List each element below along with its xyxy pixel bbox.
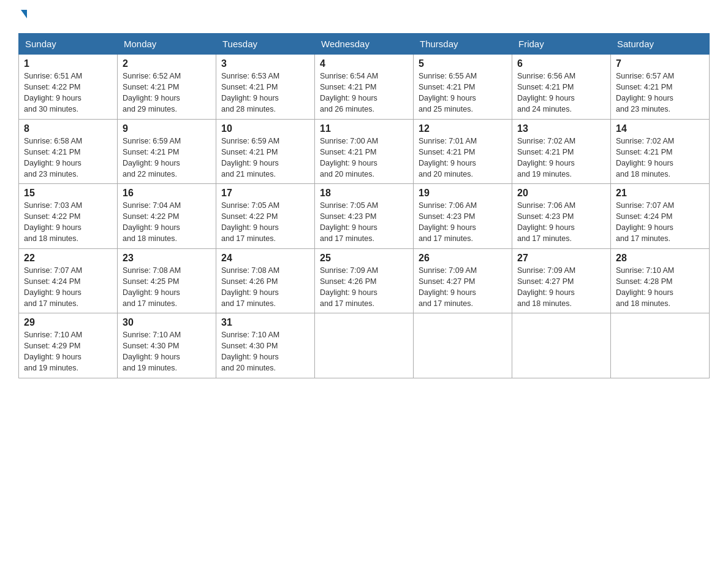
calendar-table: SundayMondayTuesdayWednesdayThursdayFrid… — [18, 33, 710, 378]
day-info: Sunrise: 7:04 AMSunset: 4:22 PMDaylight:… — [123, 200, 211, 245]
header-day-friday: Friday — [512, 34, 611, 55]
day-info: Sunrise: 6:52 AMSunset: 4:21 PMDaylight:… — [123, 71, 211, 115]
logo — [18, 12, 27, 21]
day-number: 8 — [24, 123, 112, 134]
day-cell: 19Sunrise: 7:06 AMSunset: 4:23 PMDayligh… — [414, 184, 512, 249]
day-info: Sunrise: 7:02 AMSunset: 4:21 PMDaylight:… — [616, 136, 704, 180]
logo-triangle-icon — [21, 10, 27, 18]
week-row-3: 15Sunrise: 7:03 AMSunset: 4:22 PMDayligh… — [19, 184, 710, 249]
day-cell: 29Sunrise: 7:10 AMSunset: 4:29 PMDayligh… — [19, 313, 118, 378]
day-info: Sunrise: 7:08 AMSunset: 4:26 PMDaylight:… — [221, 265, 309, 310]
day-info: Sunrise: 7:05 AMSunset: 4:22 PMDaylight:… — [221, 200, 309, 245]
day-number: 17 — [221, 188, 309, 199]
day-info: Sunrise: 6:53 AMSunset: 4:21 PMDaylight:… — [221, 71, 309, 115]
day-number: 31 — [221, 317, 309, 328]
day-number: 27 — [517, 253, 605, 264]
day-number: 3 — [221, 58, 309, 69]
day-cell: 21Sunrise: 7:07 AMSunset: 4:24 PMDayligh… — [611, 184, 710, 249]
day-info: Sunrise: 6:58 AMSunset: 4:21 PMDaylight:… — [24, 136, 112, 180]
page-header — [18, 12, 710, 21]
day-cell: 16Sunrise: 7:04 AMSunset: 4:22 PMDayligh… — [118, 184, 216, 249]
day-cell: 14Sunrise: 7:02 AMSunset: 4:21 PMDayligh… — [611, 119, 710, 184]
day-number: 30 — [123, 317, 211, 328]
day-number: 2 — [123, 58, 211, 69]
day-cell: 30Sunrise: 7:10 AMSunset: 4:30 PMDayligh… — [118, 313, 216, 378]
day-cell: 12Sunrise: 7:01 AMSunset: 4:21 PMDayligh… — [414, 119, 512, 184]
day-info: Sunrise: 6:59 AMSunset: 4:21 PMDaylight:… — [123, 136, 211, 180]
day-cell: 28Sunrise: 7:10 AMSunset: 4:28 PMDayligh… — [611, 248, 710, 313]
day-cell: 3Sunrise: 6:53 AMSunset: 4:21 PMDaylight… — [216, 55, 315, 120]
day-cell: 9Sunrise: 6:59 AMSunset: 4:21 PMDaylight… — [118, 119, 216, 184]
week-row-1: 1Sunrise: 6:51 AMSunset: 4:22 PMDaylight… — [19, 55, 710, 120]
day-number: 28 — [616, 253, 704, 264]
day-cell: 13Sunrise: 7:02 AMSunset: 4:21 PMDayligh… — [512, 119, 611, 184]
day-info: Sunrise: 6:59 AMSunset: 4:21 PMDaylight:… — [221, 136, 309, 180]
day-number: 9 — [123, 123, 211, 134]
day-info: Sunrise: 6:57 AMSunset: 4:21 PMDaylight:… — [616, 71, 704, 115]
day-number: 1 — [24, 58, 112, 69]
day-cell: 6Sunrise: 6:56 AMSunset: 4:21 PMDaylight… — [512, 55, 611, 120]
day-info: Sunrise: 7:00 AMSunset: 4:21 PMDaylight:… — [320, 136, 408, 180]
day-info: Sunrise: 7:09 AMSunset: 4:27 PMDaylight:… — [419, 265, 507, 310]
day-number: 19 — [419, 188, 507, 199]
day-cell: 18Sunrise: 7:05 AMSunset: 4:23 PMDayligh… — [315, 184, 414, 249]
day-number: 22 — [24, 253, 112, 264]
day-info: Sunrise: 6:55 AMSunset: 4:21 PMDaylight:… — [419, 71, 507, 115]
day-info: Sunrise: 7:09 AMSunset: 4:27 PMDaylight:… — [517, 265, 605, 310]
day-number: 13 — [517, 123, 605, 134]
header-row: SundayMondayTuesdayWednesdayThursdayFrid… — [19, 34, 710, 55]
day-cell: 24Sunrise: 7:08 AMSunset: 4:26 PMDayligh… — [216, 248, 315, 313]
header-day-wednesday: Wednesday — [315, 34, 414, 55]
day-info: Sunrise: 7:10 AMSunset: 4:30 PMDaylight:… — [123, 329, 211, 374]
header-day-sunday: Sunday — [19, 34, 118, 55]
day-info: Sunrise: 6:56 AMSunset: 4:21 PMDaylight:… — [517, 71, 605, 115]
week-row-2: 8Sunrise: 6:58 AMSunset: 4:21 PMDaylight… — [19, 119, 710, 184]
day-number: 20 — [517, 188, 605, 199]
day-cell: 7Sunrise: 6:57 AMSunset: 4:21 PMDaylight… — [611, 55, 710, 120]
header-day-tuesday: Tuesday — [216, 34, 315, 55]
day-cell: 26Sunrise: 7:09 AMSunset: 4:27 PMDayligh… — [414, 248, 512, 313]
day-number: 15 — [24, 188, 112, 199]
day-cell: 10Sunrise: 6:59 AMSunset: 4:21 PMDayligh… — [216, 119, 315, 184]
calendar-body: 1Sunrise: 6:51 AMSunset: 4:22 PMDaylight… — [19, 55, 710, 378]
header-day-monday: Monday — [118, 34, 216, 55]
day-number: 26 — [419, 253, 507, 264]
day-cell: 1Sunrise: 6:51 AMSunset: 4:22 PMDaylight… — [19, 55, 118, 120]
day-info: Sunrise: 6:54 AMSunset: 4:21 PMDaylight:… — [320, 71, 408, 115]
day-number: 29 — [24, 317, 112, 328]
day-number: 25 — [320, 253, 408, 264]
day-cell: 15Sunrise: 7:03 AMSunset: 4:22 PMDayligh… — [19, 184, 118, 249]
day-cell — [414, 313, 512, 378]
day-number: 23 — [123, 253, 211, 264]
day-info: Sunrise: 7:07 AMSunset: 4:24 PMDaylight:… — [24, 265, 112, 310]
day-number: 4 — [320, 58, 408, 69]
day-cell: 11Sunrise: 7:00 AMSunset: 4:21 PMDayligh… — [315, 119, 414, 184]
day-cell: 23Sunrise: 7:08 AMSunset: 4:25 PMDayligh… — [118, 248, 216, 313]
day-number: 16 — [123, 188, 211, 199]
day-cell — [315, 313, 414, 378]
day-number: 5 — [419, 58, 507, 69]
day-info: Sunrise: 7:07 AMSunset: 4:24 PMDaylight:… — [616, 200, 704, 245]
day-number: 14 — [616, 123, 704, 134]
day-info: Sunrise: 7:10 AMSunset: 4:30 PMDaylight:… — [221, 329, 309, 374]
day-number: 12 — [419, 123, 507, 134]
day-cell: 27Sunrise: 7:09 AMSunset: 4:27 PMDayligh… — [512, 248, 611, 313]
day-info: Sunrise: 7:10 AMSunset: 4:28 PMDaylight:… — [616, 265, 704, 310]
day-number: 21 — [616, 188, 704, 199]
day-number: 10 — [221, 123, 309, 134]
day-info: Sunrise: 7:03 AMSunset: 4:22 PMDaylight:… — [24, 200, 112, 245]
day-cell — [512, 313, 611, 378]
day-cell: 4Sunrise: 6:54 AMSunset: 4:21 PMDaylight… — [315, 55, 414, 120]
day-number: 18 — [320, 188, 408, 199]
day-number: 6 — [517, 58, 605, 69]
day-cell — [611, 313, 710, 378]
day-info: Sunrise: 6:51 AMSunset: 4:22 PMDaylight:… — [24, 71, 112, 115]
day-cell: 20Sunrise: 7:06 AMSunset: 4:23 PMDayligh… — [512, 184, 611, 249]
week-row-5: 29Sunrise: 7:10 AMSunset: 4:29 PMDayligh… — [19, 313, 710, 378]
calendar-header: SundayMondayTuesdayWednesdayThursdayFrid… — [19, 34, 710, 55]
day-cell: 31Sunrise: 7:10 AMSunset: 4:30 PMDayligh… — [216, 313, 315, 378]
day-cell: 22Sunrise: 7:07 AMSunset: 4:24 PMDayligh… — [19, 248, 118, 313]
day-number: 11 — [320, 123, 408, 134]
day-cell: 5Sunrise: 6:55 AMSunset: 4:21 PMDaylight… — [414, 55, 512, 120]
header-day-thursday: Thursday — [414, 34, 512, 55]
